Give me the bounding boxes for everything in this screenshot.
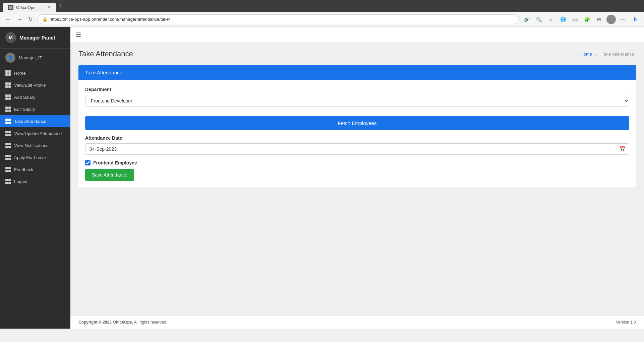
forward-button[interactable]: → — [15, 15, 23, 24]
extension-icon[interactable]: 🧩 — [582, 15, 592, 24]
employee-checkbox-text: Frontend Employee — [93, 160, 137, 165]
more-icon[interactable]: ⋯ — [619, 15, 628, 24]
tab-title: OfficeOps — [16, 5, 36, 10]
card-body: Department Frontend Developer Backend De… — [78, 80, 636, 188]
breadcrumb-current: Take Attendance — [602, 52, 634, 57]
search-icon[interactable]: 🔍 — [534, 15, 543, 24]
hamburger-button[interactable]: ☰ — [76, 31, 81, 39]
footer: Copyright © 2023 OfficeOps. All rights r… — [70, 316, 644, 329]
calendar-icon: 📅 — [619, 146, 626, 152]
department-select[interactable]: Frontend Developer Backend Developer Des… — [85, 95, 629, 107]
sidebar-item-label: Home — [14, 71, 26, 76]
page-header: Take Attendance Home / Take Attendance — [78, 50, 636, 58]
feedback-icon — [5, 167, 11, 172]
browser-icon[interactable]: 🌐 — [558, 15, 568, 24]
attendance-date-input[interactable] — [85, 143, 629, 155]
sidebar-header: M Manager Panel — [0, 27, 70, 49]
employee-checkbox-label[interactable]: Frontend Employee — [85, 160, 629, 165]
sidebar-item-add-salary[interactable]: Add Salary — [0, 91, 70, 103]
sidebar-item-apply-for-leave[interactable]: Apply For Leave — [0, 151, 70, 163]
breadcrumb-home[interactable]: Home — [580, 52, 592, 57]
sidebar-item-label: Take Attendance — [14, 119, 46, 124]
favorites-icon[interactable]: ☆ — [546, 15, 555, 24]
content-area: Take Attendance Home / Take Attendance T… — [70, 43, 644, 316]
footer-copyright: Copyright © 2023 OfficeOps. All rights r… — [78, 320, 167, 325]
tab-bar: OfficeOps ✕ + — [0, 0, 644, 12]
sidebar-item-label: Logout — [14, 179, 27, 184]
profile-icon-sidebar — [5, 82, 11, 88]
fetch-employees-button[interactable]: Fetch Employees — [85, 116, 629, 130]
tab-favicon — [8, 5, 13, 10]
sidebar-user: 👤 Manager, IT — [0, 49, 70, 67]
sidebar-panel-title: Manager Panel — [19, 35, 55, 41]
sidebar-item-edit-salary[interactable]: Edit Salary — [0, 103, 70, 115]
edge-icon[interactable]: b — [631, 15, 640, 24]
footer-copyright-text: Copyright © 2023 OfficeOps. — [78, 320, 133, 325]
url-bar[interactable]: 🔒 https://office-ops-app.onrender.com/ma… — [37, 14, 519, 24]
app-layout: M Manager Panel 👤 Manager, IT Home View/… — [0, 27, 644, 329]
sidebar-item-view-edit-profile[interactable]: View/Edit Profile — [0, 79, 70, 91]
card-header: Take Attendance — [78, 65, 636, 80]
sidebar-item-home[interactable]: Home — [0, 67, 70, 79]
breadcrumb: Home / Take Attendance — [580, 52, 636, 57]
sidebar-item-view-notifications[interactable]: View Notifications — [0, 139, 70, 151]
sidebar-logo: M — [5, 32, 16, 43]
sidebar-item-take-attendance[interactable]: Take Attendance — [0, 115, 70, 127]
sidebar-item-label: Apply For Leave — [14, 155, 46, 160]
sidebar-item-label: View/Edit Profile — [14, 83, 46, 88]
user-avatar: 👤 — [5, 53, 15, 63]
attendance-card: Take Attendance Department Frontend Deve… — [78, 65, 636, 188]
view-attendance-icon — [5, 131, 11, 136]
sidebar-item-label: Edit Salary — [14, 107, 35, 112]
breadcrumb-separator: / — [595, 52, 597, 57]
user-name: Manager, IT — [19, 55, 42, 60]
home-icon — [5, 70, 11, 76]
footer-version: Version 1.0 — [616, 320, 636, 325]
sidebar-nav: Home View/Edit Profile Add Salary Edit S… — [0, 67, 70, 329]
add-salary-icon — [5, 94, 11, 100]
sidebar-item-feedback[interactable]: Feedback — [0, 163, 70, 176]
read-aloud-icon[interactable]: 🔊 — [522, 15, 531, 24]
main-content: ☰ Take Attendance Home / Take Attendance… — [70, 27, 644, 329]
active-tab[interactable]: OfficeOps ✕ — [3, 3, 56, 12]
svg-rect-0 — [9, 6, 12, 9]
edit-salary-icon — [5, 107, 11, 112]
new-tab-button[interactable]: + — [59, 3, 63, 10]
take-attendance-icon — [5, 119, 11, 124]
url-text: https://office-ops-app.onrender.com/mana… — [50, 17, 170, 22]
date-input-wrapper: 📅 — [85, 143, 629, 155]
sidebar-item-label: View/Update Attendance — [14, 131, 62, 136]
sidebar-item-view-update-attendance[interactable]: View/Update Attendance — [0, 127, 70, 139]
back-button[interactable]: ← — [4, 15, 12, 24]
department-label: Department — [85, 87, 629, 92]
sidebar-item-label: Feedback — [14, 167, 33, 172]
profile-icon[interactable] — [606, 15, 616, 24]
leave-icon — [5, 155, 11, 160]
footer-rights-text: All rights reserved. — [134, 320, 167, 325]
sidebar-item-label: View Notifications — [14, 143, 48, 148]
attendance-date-label: Attendance Date — [85, 135, 629, 141]
toolbar-icons: 🔊 🔍 ☆ 🌐 📖 🧩 ⊞ ⋯ b — [522, 15, 640, 24]
immersive-reader-icon[interactable]: 📖 — [570, 15, 580, 24]
page-title: Take Attendance — [78, 50, 133, 58]
sidebar-item-logout[interactable]: Logout — [0, 176, 70, 188]
tab-close-button[interactable]: ✕ — [48, 5, 51, 10]
frontend-employee-checkbox[interactable] — [85, 160, 91, 165]
top-bar: ☰ — [70, 27, 644, 43]
collections-icon[interactable]: ⊞ — [594, 15, 604, 24]
lock-icon: 🔒 — [42, 17, 48, 22]
attendance-date-group: Attendance Date 📅 — [85, 135, 629, 155]
address-bar: ← → ↻ 🔒 https://office-ops-app.onrender.… — [0, 12, 644, 27]
notifications-icon — [5, 143, 11, 148]
sidebar: M Manager Panel 👤 Manager, IT Home View/… — [0, 27, 70, 329]
logout-icon — [5, 179, 11, 184]
reload-button[interactable]: ↻ — [27, 15, 34, 24]
department-group: Department Frontend Developer Backend De… — [85, 87, 629, 107]
sidebar-item-label: Add Salary — [14, 95, 36, 100]
save-attendance-button[interactable]: Save Attendance — [85, 169, 134, 181]
